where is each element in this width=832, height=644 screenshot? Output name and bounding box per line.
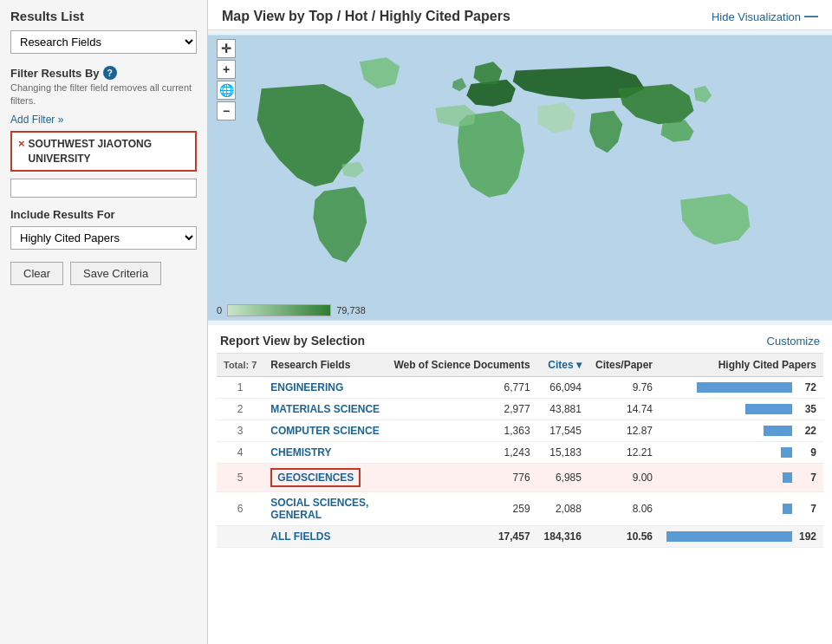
cell-rank: 3 — [217, 420, 263, 442]
field-link[interactable]: MATERIALS SCIENCE — [270, 403, 380, 415]
cell-field: CHEMISTRY — [263, 442, 387, 464]
field-link[interactable]: ENGINEERING — [270, 381, 343, 394]
cell-cites-per-paper: 14.74 — [588, 399, 660, 420]
zoom-in-icon[interactable]: + — [217, 60, 236, 79]
col-research-fields: Research Fields — [263, 354, 387, 377]
hcp-bar — [783, 472, 792, 483]
cell-rank: 2 — [217, 399, 263, 420]
cell-docs: 17,457 — [387, 526, 536, 548]
hcp-number: 192 — [797, 530, 816, 543]
map-area[interactable]: ✛ + 🌐 − — [208, 30, 832, 325]
pan-icon[interactable]: ✛ — [217, 39, 236, 58]
table-row: 4CHEMISTRY1,24315,18312.219 — [217, 442, 823, 464]
cell-hcp: 22 — [660, 420, 823, 442]
help-icon[interactable]: ? — [103, 66, 117, 80]
main-content: Map View by Top / Hot / Highly Cited Pap… — [208, 0, 832, 644]
cell-rank: 4 — [217, 442, 263, 464]
hcp-bar — [781, 447, 792, 458]
table-header-row: Total: 7 Research Fields Web of Science … — [217, 354, 823, 377]
col-docs: Web of Science Documents — [387, 354, 536, 377]
report-section: Report View by Selection Customize Total… — [208, 325, 832, 644]
field-link[interactable]: CHEMISTRY — [270, 446, 331, 459]
field-link[interactable]: COMPUTER SCIENCE — [270, 425, 379, 437]
cell-cites-per-paper: 9.76 — [588, 377, 660, 399]
active-filter-box: × SOUTHWEST JIAOTONG UNIVERSITY — [10, 131, 197, 172]
hcp-number: 7 — [797, 503, 816, 515]
hcp-bar — [666, 531, 792, 542]
cell-cites-per-paper: 12.87 — [588, 420, 660, 442]
table-row: 1ENGINEERING6,77166,0949.7672 — [217, 377, 823, 399]
map-controls: ✛ + 🌐 − — [217, 39, 236, 120]
customize-link[interactable]: Customize — [767, 335, 820, 348]
hide-visualization-link[interactable]: Hide Visualization — — [712, 9, 818, 24]
field-link[interactable]: GEOSCIENCES — [277, 472, 354, 484]
cell-hcp: 7 — [660, 492, 823, 526]
col-rank: Total: 7 — [217, 354, 263, 377]
cell-hcp: 9 — [660, 442, 823, 464]
cell-rank — [217, 526, 263, 548]
cell-field: COMPUTER SCIENCE — [263, 420, 387, 442]
filter-note: Changing the filter field removes all cu… — [10, 81, 197, 108]
cell-cites-per-paper: 8.06 — [588, 492, 660, 526]
hcp-bar — [697, 382, 792, 393]
remove-filter-icon[interactable]: × — [18, 137, 25, 151]
results-list-dropdown[interactable]: Research Fields Authors Institutions Cou… — [10, 30, 197, 54]
table-row: 6SOCIAL SCIENCES, GENERAL2592,0888.067 — [217, 492, 823, 526]
hcp-number: 35 — [797, 403, 816, 415]
field-link[interactable]: ALL FIELDS — [270, 530, 330, 543]
hcp-number: 22 — [797, 425, 816, 437]
field-link[interactable]: SOCIAL SCIENCES, GENERAL — [270, 497, 368, 521]
hcp-bar — [745, 404, 792, 414]
cell-cites-per-paper: 9.00 — [588, 464, 660, 492]
cell-field: SOCIAL SCIENCES, GENERAL — [263, 492, 387, 526]
col-hcp: Highly Cited Papers — [660, 354, 823, 377]
zoom-out-icon[interactable]: − — [217, 101, 236, 120]
cell-docs: 2,977 — [387, 399, 536, 420]
include-results-label: Include Results For — [10, 208, 197, 221]
report-header: Report View by Selection Customize — [217, 325, 823, 354]
save-criteria-button[interactable]: Save Criteria — [70, 262, 161, 285]
cell-docs: 1,243 — [387, 442, 536, 464]
legend-gradient-bar — [227, 304, 331, 316]
clear-button[interactable]: Clear — [10, 262, 63, 285]
include-results-dropdown[interactable]: Highly Cited Papers Hot Papers Top Paper… — [10, 226, 197, 250]
cell-field: MATERIALS SCIENCE — [263, 399, 387, 420]
globe-icon[interactable]: 🌐 — [217, 81, 236, 100]
cell-cites: 2,088 — [537, 492, 588, 526]
hide-viz-dash: — — [804, 9, 818, 24]
filter-search-input[interactable] — [10, 179, 197, 198]
col-cites[interactable]: Cites ▾ — [537, 354, 588, 377]
hide-viz-label: Hide Visualization — [712, 10, 801, 23]
hcp-bar — [783, 504, 792, 514]
cell-docs: 259 — [387, 492, 536, 526]
cell-docs: 6,771 — [387, 377, 536, 399]
cell-cites: 6,985 — [537, 464, 588, 492]
map-legend: 0 79,738 — [217, 304, 366, 316]
results-list-title: Results List — [10, 9, 197, 23]
legend-min-label: 0 — [217, 305, 222, 315]
cell-field: GEOSCIENCES — [263, 464, 387, 492]
sidebar: Results List Research Fields Authors Ins… — [0, 0, 208, 644]
cell-cites: 66,094 — [537, 377, 588, 399]
table-row: 2MATERIALS SCIENCE2,97743,88114.7435 — [217, 399, 823, 420]
report-title: Report View by Selection — [220, 334, 365, 348]
world-map — [208, 30, 832, 325]
cell-docs: 776 — [387, 464, 536, 492]
legend-max-label: 79,738 — [336, 305, 366, 315]
cell-hcp: 35 — [660, 399, 823, 420]
table-row: 5GEOSCIENCES7766,9859.007 — [217, 464, 823, 492]
cell-cites: 184,316 — [537, 526, 588, 548]
col-cites-per-paper: Cites/Paper — [588, 354, 660, 377]
report-table: Total: 7 Research Fields Web of Science … — [217, 354, 823, 548]
add-filter-link[interactable]: Add Filter » — [10, 114, 197, 126]
table-row: ALL FIELDS17,457184,31610.56192 — [217, 526, 823, 548]
cell-cites: 43,881 — [537, 399, 588, 420]
cell-field: ALL FIELDS — [263, 526, 387, 548]
map-view-title: Map View by Top / Hot / Highly Cited Pap… — [222, 9, 510, 24]
cell-hcp: 192 — [660, 526, 823, 548]
cell-hcp: 7 — [660, 464, 823, 492]
cell-cites-per-paper: 10.56 — [588, 526, 660, 548]
active-filter-text: SOUTHWEST JIAOTONG UNIVERSITY — [29, 137, 189, 166]
table-row: 3COMPUTER SCIENCE1,36317,54512.8722 — [217, 420, 823, 442]
hcp-number: 72 — [797, 381, 816, 394]
